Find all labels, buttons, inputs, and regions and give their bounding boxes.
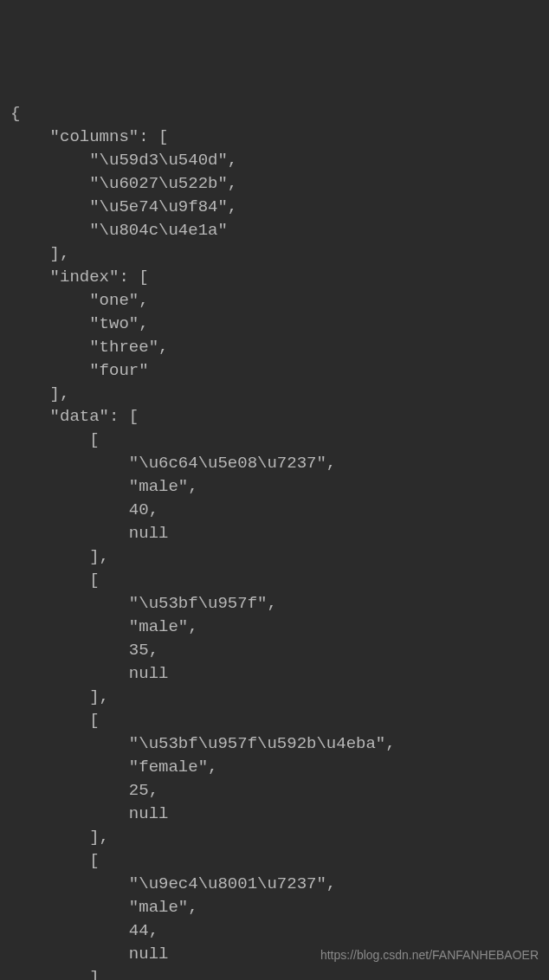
json-code-block: { "columns": [ "\u59d3\u540d", "\u6027\u… — [10, 102, 539, 980]
watermark-text: https://blog.csdn.net/FANFANHEBAOER — [320, 947, 539, 964]
